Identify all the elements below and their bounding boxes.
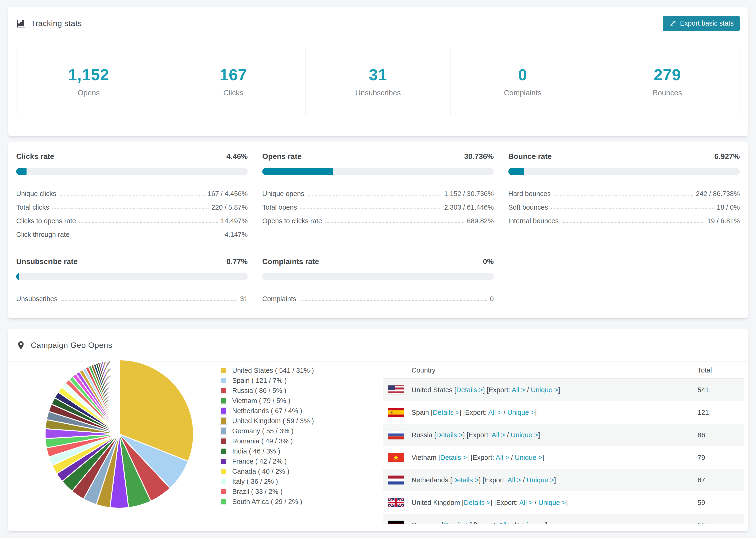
export-unique-link[interactable]: Unique > — [538, 499, 566, 506]
rate-row: Clicks to opens rate 14.497% — [16, 211, 248, 225]
summary-stat-clicks: 167Clicks — [161, 48, 305, 115]
export-all-link[interactable]: All > — [508, 476, 521, 484]
legend-item: United Kingdom ( 59 / 3% ) — [220, 417, 314, 425]
export-unique-link[interactable]: Unique > — [518, 521, 545, 524]
total-cell: 86 — [698, 431, 744, 439]
export-basic-stats-button[interactable]: Export basic stats — [663, 16, 740, 31]
details-link[interactable]: Details > — [464, 499, 490, 506]
progress-fill — [508, 168, 524, 175]
legend-item: South Africa ( 29 / 2% ) — [220, 498, 314, 506]
progress-bar — [16, 273, 248, 280]
export-all-link[interactable]: All > — [499, 521, 512, 524]
legend-swatch — [220, 387, 227, 394]
legend-item: Spain ( 121 / 7% ) — [220, 377, 314, 384]
rate-row: Hard bounces 242 / 86.738% — [508, 184, 740, 198]
rate-row: Unsubscribes 31 — [16, 289, 248, 303]
stat-label: Unsubscribes — [355, 88, 401, 97]
legend-item: Brazil ( 33 / 2% ) — [220, 488, 314, 495]
summary-stats-box: 1,152Opens167Clicks31Unsubscribes0Compla… — [16, 48, 740, 115]
stat-value: 0 — [518, 66, 527, 84]
total-cell: 67 — [698, 476, 744, 484]
details-link[interactable]: Details > — [436, 431, 463, 439]
country-cell: Germany [Details >] [Export: All > / Uni… — [411, 521, 698, 524]
details-link[interactable]: Details > — [452, 476, 479, 484]
legend-label: Italy ( 36 / 2% ) — [232, 478, 278, 485]
table-row-gb: United Kingdom [Details >] [Export: All … — [383, 491, 744, 514]
export-unique-link[interactable]: Unique > — [511, 431, 538, 439]
legend-label: United States ( 541 / 31% ) — [232, 367, 314, 374]
rate-panel-unsubscribe: Unsubscribe rate 0.77% Unsubscribes 31 — [16, 257, 248, 303]
campaign-geo-opens-card: Campaign Geo Opens United States ( 541 /… — [8, 329, 748, 531]
legend-label: South Africa ( 29 / 2% ) — [232, 498, 302, 506]
export-unique-link[interactable]: Unique > — [507, 409, 535, 416]
rate-row: Click through rate 4.147% — [16, 225, 248, 239]
tracking-stats-card: Tracking stats Export basic stats 1,152O… — [8, 7, 748, 136]
export-unique-link[interactable]: Unique > — [531, 386, 558, 394]
details-link[interactable]: Details > — [433, 409, 459, 416]
rate-row: Soft bounces 18 / 0% — [508, 198, 740, 211]
export-icon — [669, 20, 676, 27]
dotted-leader — [551, 208, 714, 209]
legend-swatch — [220, 417, 227, 425]
country-cell: United Kingdom [Details >] [Export: All … — [411, 499, 698, 507]
total-cell: 59 — [698, 499, 744, 507]
total-cell: 121 — [698, 409, 744, 416]
rate-row: Total clicks 220 / 5.87% — [16, 198, 248, 211]
country-cell: Russia [Details >] [Export: All > / Uniq… — [411, 431, 698, 439]
stat-value: 1,152 — [68, 66, 109, 84]
legend-swatch — [220, 458, 227, 465]
details-link[interactable]: Details > — [443, 521, 470, 524]
export-unique-link[interactable]: Unique > — [515, 454, 542, 461]
legend-item: Germany ( 55 / 3% ) — [220, 427, 314, 435]
stat-label: Bounces — [653, 88, 682, 97]
legend-item: Vietnam ( 79 / 5% ) — [220, 397, 314, 404]
export-all-link[interactable]: All > — [488, 409, 502, 416]
dotted-leader — [325, 222, 464, 223]
progress-bar — [262, 168, 494, 175]
dotted-leader — [73, 236, 222, 237]
summary-stat-unsubscribes: 31Unsubscribes — [305, 48, 450, 115]
rate-row: Complaints 0 — [262, 289, 494, 303]
rate-panel-bounce: Bounce rate 6.927% Hard bounces 242 / 86… — [508, 152, 740, 239]
legend-swatch — [220, 367, 227, 374]
us-flag-icon — [388, 385, 404, 394]
details-link[interactable]: Details > — [456, 386, 483, 394]
stat-label: Opens — [78, 88, 99, 97]
legend-item: Romania ( 49 / 3% ) — [220, 438, 314, 445]
export-all-link[interactable]: All > — [512, 386, 525, 394]
geo-header: Campaign Geo Opens — [8, 329, 748, 362]
progress-fill — [16, 273, 19, 280]
progress-fill — [16, 168, 27, 175]
legend-swatch — [220, 468, 227, 475]
rate-value: 30.736% — [464, 152, 494, 161]
summary-stat-bounces: 279Bounces — [595, 48, 739, 115]
legend-item: Italy ( 36 / 2% ) — [220, 478, 314, 485]
progress-fill — [262, 168, 333, 175]
dotted-leader — [61, 300, 237, 301]
legend-swatch — [220, 448, 227, 455]
stat-label: Complaints — [504, 88, 541, 97]
table-row-ru: Russia [Details >] [Export: All > / Uniq… — [383, 424, 744, 446]
legend-item: Russia ( 86 / 5% ) — [220, 387, 314, 394]
country-cell: Vietnam [Details >] [Export: All > / Uni… — [411, 454, 698, 461]
dotted-leader — [52, 208, 208, 209]
legend-swatch — [220, 397, 227, 404]
details-link[interactable]: Details > — [440, 454, 467, 461]
rate-panel-complaints: Complaints rate 0% Complaints 0 — [262, 257, 494, 303]
legend-label: Russia ( 86 / 5% ) — [232, 387, 286, 395]
ru-flag-icon — [388, 430, 404, 439]
progress-bar — [508, 168, 740, 175]
rate-value: 0% — [483, 257, 494, 266]
bar-chart-icon — [16, 19, 26, 28]
export-all-link[interactable]: All > — [492, 431, 505, 439]
rate-value: 4.46% — [226, 152, 248, 161]
table-row-nl: Netherlands [Details >] [Export: All > /… — [383, 469, 744, 491]
export-all-link[interactable]: All > — [496, 454, 509, 461]
legend-item: India ( 46 / 3% ) — [220, 448, 314, 455]
table-row-es: Spain [Details >] [Export: All > / Uniqu… — [383, 401, 744, 424]
dotted-leader — [307, 195, 441, 195]
export-unique-link[interactable]: Unique > — [527, 476, 554, 484]
legend-swatch — [220, 407, 227, 414]
export-all-link[interactable]: All > — [519, 499, 533, 506]
rate-row: Opens to clicks rate 689.82% — [262, 211, 494, 225]
